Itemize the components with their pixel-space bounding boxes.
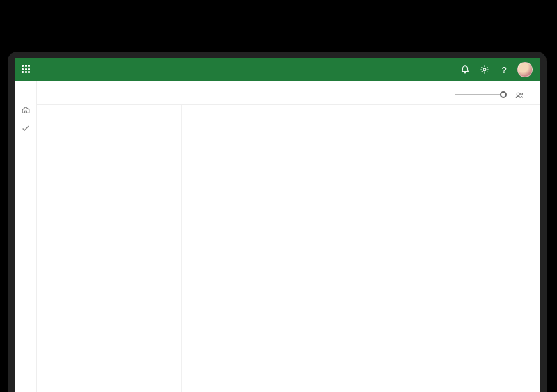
task-list [37,135,182,392]
app-launcher-icon[interactable] [22,65,31,75]
rail-home-icon[interactable] [19,104,32,116]
settings-icon[interactable] [478,63,491,76]
gantt-area[interactable] [182,135,540,392]
svg-point-0 [483,68,486,71]
help-icon[interactable]: ? [498,63,510,76]
user-avatar[interactable] [517,62,533,77]
left-rail [15,81,37,392]
timeline-header [37,104,540,135]
view-tabs [125,89,150,96]
zoom-slider[interactable] [455,91,503,99]
title-bar [37,81,540,104]
svg-point-1 [517,93,519,95]
notifications-icon[interactable] [459,63,471,76]
svg-point-2 [521,93,523,95]
rail-check-icon[interactable] [19,123,32,134]
group-members-button[interactable] [515,89,528,100]
zoom-control [448,89,503,99]
app-header: ? [15,58,540,81]
rail-menu-icon[interactable] [19,86,32,97]
